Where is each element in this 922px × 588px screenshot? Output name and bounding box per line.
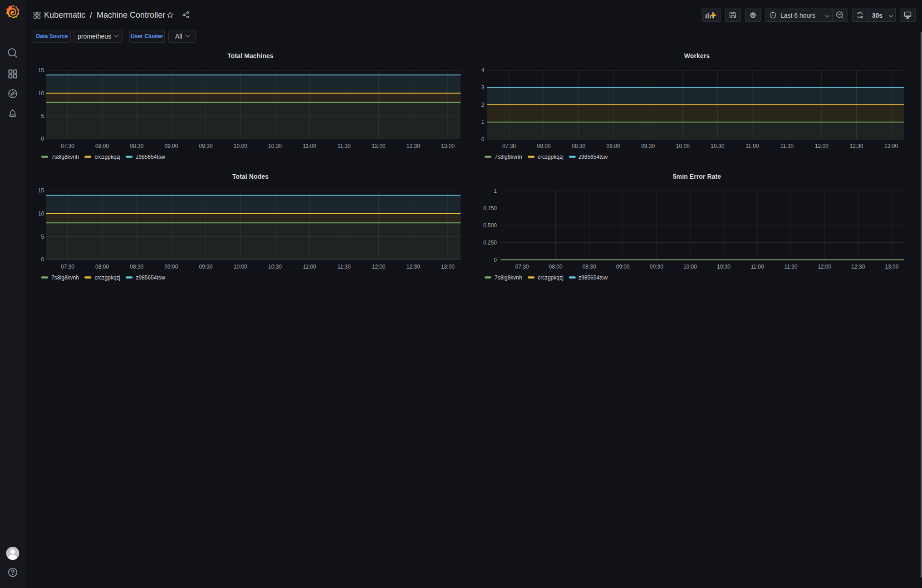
svg-text:10: 10: [38, 90, 44, 97]
svg-text:07:30: 07:30: [502, 143, 516, 149]
svg-text:11:30: 11:30: [785, 264, 798, 270]
svg-text:15: 15: [38, 67, 44, 74]
svg-text:11:30: 11:30: [338, 143, 351, 149]
svg-text:08:00: 08:00: [95, 264, 109, 270]
svg-text:08:30: 08:30: [572, 143, 585, 149]
svg-text:08:00: 08:00: [537, 143, 551, 149]
svg-text:09:30: 09:30: [650, 264, 663, 270]
svg-text:08:30: 08:30: [130, 143, 143, 149]
svg-text:5: 5: [41, 234, 44, 240]
svg-text:7s8lg8kvnh: 7s8lg8kvnh: [495, 274, 522, 281]
svg-text:12:30: 12:30: [407, 264, 420, 270]
svg-text:12:00: 12:00: [815, 143, 829, 149]
svg-text:1: 1: [481, 119, 485, 125]
svg-text:09:00: 09:00: [607, 143, 620, 149]
svg-text:0: 0: [41, 136, 44, 142]
svg-text:07:30: 07:30: [61, 264, 74, 270]
svg-text:08:00: 08:00: [95, 143, 109, 149]
svg-text:11:00: 11:00: [303, 143, 316, 149]
svg-text:12:30: 12:30: [849, 143, 863, 149]
svg-text:10: 10: [38, 211, 44, 217]
svg-text:12:00: 12:00: [372, 143, 385, 149]
svg-text:08:30: 08:30: [583, 264, 596, 270]
svg-text:12:30: 12:30: [407, 143, 420, 149]
svg-text:10:00: 10:00: [234, 264, 247, 270]
svg-text:0.250: 0.250: [483, 240, 497, 246]
svg-text:11:00: 11:00: [745, 143, 759, 149]
svg-text:13:00: 13:00: [884, 143, 898, 149]
svg-text:0.500: 0.500: [483, 222, 497, 229]
svg-text:7s8lg8kvnh: 7s8lg8kvnh: [495, 154, 522, 160]
svg-text:11:00: 11:00: [751, 264, 764, 270]
svg-text:crczgpkqzj: crczgpkqzj: [538, 274, 564, 281]
svg-text:z985654tsw: z985654tsw: [579, 154, 608, 160]
svg-text:10:30: 10:30: [717, 264, 731, 270]
svg-text:07:30: 07:30: [61, 143, 74, 149]
svg-text:10:30: 10:30: [268, 143, 282, 149]
svg-text:5: 5: [41, 113, 44, 119]
svg-text:15: 15: [38, 187, 44, 194]
svg-text:4: 4: [481, 67, 485, 74]
svg-text:0: 0: [41, 256, 44, 263]
svg-text:12:00: 12:00: [818, 264, 831, 270]
svg-text:10:00: 10:00: [234, 143, 247, 149]
svg-text:10:30: 10:30: [711, 143, 724, 149]
svg-text:0.750: 0.750: [483, 205, 497, 211]
svg-text:13:00: 13:00: [441, 264, 455, 270]
svg-text:2: 2: [481, 102, 485, 108]
svg-text:08:30: 08:30: [130, 264, 143, 270]
svg-text:11:30: 11:30: [338, 264, 351, 270]
svg-text:09:30: 09:30: [199, 143, 213, 149]
svg-text:crczgpkqzj: crczgpkqzj: [95, 154, 121, 160]
svg-text:z985654tsw: z985654tsw: [579, 274, 608, 281]
svg-text:z985654tsw: z985654tsw: [136, 154, 165, 160]
svg-text:11:00: 11:00: [303, 264, 316, 270]
svg-text:07:30: 07:30: [515, 264, 529, 270]
svg-text:crczgpkqzj: crczgpkqzj: [538, 154, 564, 160]
svg-text:10:30: 10:30: [268, 264, 282, 270]
svg-text:13:00: 13:00: [885, 264, 898, 270]
svg-text:3: 3: [481, 84, 485, 91]
svg-text:09:00: 09:00: [164, 143, 178, 149]
svg-text:09:30: 09:30: [641, 143, 655, 149]
svg-text:12:00: 12:00: [372, 264, 385, 270]
svg-text:09:30: 09:30: [199, 264, 213, 270]
svg-text:7s8lg8kvnh: 7s8lg8kvnh: [51, 154, 79, 160]
svg-text:crczgpkqzj: crczgpkqzj: [95, 274, 121, 281]
svg-text:z985654tsw: z985654tsw: [136, 274, 165, 281]
svg-text:11:30: 11:30: [780, 143, 794, 149]
svg-text:1: 1: [494, 188, 497, 194]
svg-text:10:00: 10:00: [683, 264, 697, 270]
svg-text:10:00: 10:00: [676, 143, 690, 149]
svg-text:13:00: 13:00: [441, 143, 455, 149]
svg-text:0: 0: [494, 257, 497, 263]
svg-text:0: 0: [481, 136, 485, 142]
svg-text:09:00: 09:00: [164, 264, 178, 270]
svg-text:7s8lg8kvnh: 7s8lg8kvnh: [51, 274, 79, 281]
svg-text:09:00: 09:00: [616, 264, 630, 270]
svg-text:12:30: 12:30: [851, 264, 865, 270]
svg-text:08:00: 08:00: [549, 264, 563, 270]
